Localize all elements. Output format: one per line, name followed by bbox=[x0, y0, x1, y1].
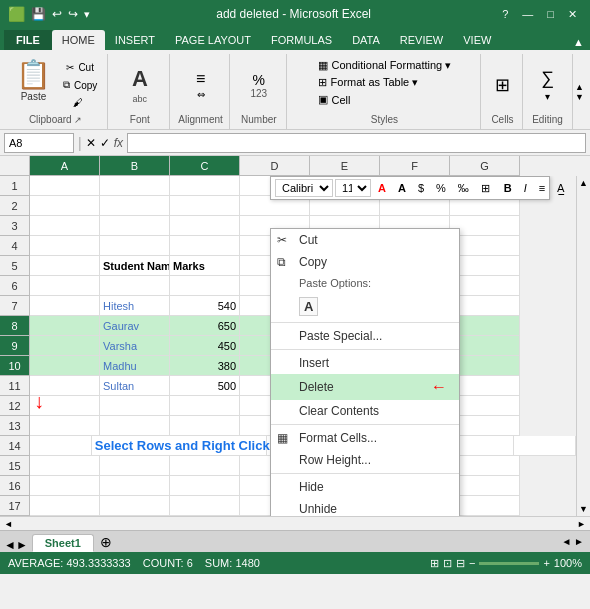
context-clear-contents[interactable]: Clear Contents bbox=[271, 400, 459, 422]
row-header-1[interactable]: 1 bbox=[0, 176, 30, 196]
cell-b5[interactable]: Student Name bbox=[100, 256, 170, 276]
cell-g3[interactable] bbox=[450, 216, 520, 236]
paste-button[interactable]: 📋 Paste bbox=[10, 56, 57, 104]
highlight-mini-btn[interactable]: A̲ bbox=[552, 180, 570, 197]
cell-a17[interactable] bbox=[30, 496, 100, 516]
quick-save[interactable]: 💾 bbox=[31, 7, 46, 21]
cell-c2[interactable] bbox=[170, 196, 240, 216]
row-header-12[interactable]: 12 bbox=[0, 396, 30, 416]
cell-a2[interactable] bbox=[30, 196, 100, 216]
scroll-left-btn[interactable]: ◄ bbox=[0, 519, 17, 529]
zoom-out-btn[interactable]: − bbox=[469, 557, 475, 569]
cell-g17[interactable] bbox=[450, 496, 520, 516]
name-box[interactable] bbox=[4, 133, 74, 153]
context-insert[interactable]: Insert bbox=[271, 352, 459, 374]
cell-b9[interactable]: Varsha bbox=[100, 336, 170, 356]
row-header-9[interactable]: 9 bbox=[0, 336, 30, 356]
cell-c16[interactable] bbox=[170, 476, 240, 496]
cell-b6[interactable] bbox=[100, 276, 170, 296]
scroll-down-btn[interactable]: ▼ bbox=[577, 502, 590, 516]
comma-btn[interactable]: ‰ bbox=[453, 180, 474, 196]
cut-button[interactable]: ✂Cut bbox=[59, 60, 101, 75]
currency-btn[interactable]: $ bbox=[413, 180, 429, 196]
row-header-5[interactable]: 5 bbox=[0, 256, 30, 276]
scroll-up-btn[interactable]: ▲ bbox=[577, 176, 590, 190]
help-btn[interactable]: ? bbox=[497, 7, 513, 22]
page-layout-view-btn[interactable]: ⊡ bbox=[443, 557, 452, 570]
add-sheet-btn[interactable]: ⊕ bbox=[94, 532, 118, 552]
font-selector[interactable]: Calibri bbox=[275, 179, 333, 197]
vertical-scrollbar[interactable]: ▲ ▼ bbox=[576, 176, 590, 516]
cell-g9[interactable] bbox=[450, 336, 520, 356]
tab-file[interactable]: FILE bbox=[4, 30, 52, 50]
horizontal-scrollbar[interactable]: ◄ ► bbox=[0, 516, 590, 530]
context-paste-a[interactable]: A bbox=[271, 293, 459, 320]
cell-c4[interactable] bbox=[170, 236, 240, 256]
cell-b13[interactable] bbox=[100, 416, 170, 436]
cell-a14[interactable] bbox=[30, 436, 92, 456]
cell-g10[interactable] bbox=[450, 356, 520, 376]
row-header-13[interactable]: 13 bbox=[0, 416, 30, 436]
corner-cell[interactable] bbox=[0, 156, 30, 176]
cell-c17[interactable] bbox=[170, 496, 240, 516]
table-btn[interactable]: ⊞ bbox=[476, 180, 495, 197]
row-header-11[interactable]: 11 bbox=[0, 376, 30, 396]
normal-view-btn[interactable]: ⊞ bbox=[430, 557, 439, 570]
cell-c10[interactable]: 380 bbox=[170, 356, 240, 376]
cell-c15[interactable] bbox=[170, 456, 240, 476]
cell-c8[interactable]: 650 bbox=[170, 316, 240, 336]
cell-a1[interactable] bbox=[30, 176, 100, 196]
tab-data[interactable]: DATA bbox=[342, 30, 390, 50]
cell-g6[interactable] bbox=[450, 276, 520, 296]
cell-g11[interactable] bbox=[450, 376, 520, 396]
cell-a10[interactable] bbox=[30, 356, 100, 376]
format-as-table-btn[interactable]: ⊞ Format as Table ▾ bbox=[315, 75, 422, 90]
redo-btn[interactable]: ↪ bbox=[68, 7, 78, 21]
cell-g12[interactable] bbox=[450, 396, 520, 416]
close-btn[interactable]: ✕ bbox=[563, 7, 582, 22]
ribbon-scrollbar[interactable]: ▲ ▼ bbox=[572, 54, 586, 129]
col-header-a[interactable]: A bbox=[30, 156, 100, 176]
cell-style-btn[interactable]: ▣ Cell bbox=[315, 92, 354, 107]
row-header-6[interactable]: 6 bbox=[0, 276, 30, 296]
confirm-formula-btn[interactable]: ✓ bbox=[100, 136, 110, 150]
formula-input[interactable] bbox=[127, 133, 586, 153]
cell-b3[interactable] bbox=[100, 216, 170, 236]
scroll-right-btn[interactable]: ► bbox=[573, 519, 590, 529]
cell-g8[interactable] bbox=[450, 316, 520, 336]
cell-c3[interactable] bbox=[170, 216, 240, 236]
cell-b10[interactable]: Madhu bbox=[100, 356, 170, 376]
font-size-selector[interactable]: 11 bbox=[335, 179, 371, 197]
col-header-c[interactable]: C bbox=[170, 156, 240, 176]
sheet-nav-btns[interactable]: ◄► bbox=[4, 538, 32, 552]
col-header-b[interactable]: B bbox=[100, 156, 170, 176]
context-cut[interactable]: ✂ Cut bbox=[271, 229, 459, 251]
cell-c7[interactable]: 540 bbox=[170, 296, 240, 316]
context-format-cells[interactable]: ▦ Format Cells... bbox=[271, 427, 459, 449]
zoom-slider[interactable] bbox=[479, 562, 539, 565]
row-header-14[interactable]: 14 bbox=[0, 436, 30, 456]
italic-mini-btn[interactable]: I bbox=[519, 180, 532, 196]
col-header-d[interactable]: D bbox=[240, 156, 310, 176]
cell-a4[interactable] bbox=[30, 236, 100, 256]
cell-a16[interactable] bbox=[30, 476, 100, 496]
cell-g15[interactable] bbox=[450, 456, 520, 476]
cell-g5[interactable] bbox=[450, 256, 520, 276]
cell-g13[interactable] bbox=[450, 416, 520, 436]
row-header-10[interactable]: 10 bbox=[0, 356, 30, 376]
cell-g7[interactable] bbox=[450, 296, 520, 316]
tab-formulas[interactable]: FORMULAS bbox=[261, 30, 342, 50]
percent-btn[interactable]: % bbox=[431, 180, 451, 196]
context-paste-special[interactable]: Paste Special... bbox=[271, 325, 459, 347]
cancel-formula-btn[interactable]: ✕ bbox=[86, 136, 96, 150]
undo-btn[interactable]: ↩ bbox=[52, 7, 62, 21]
cell-c12[interactable] bbox=[170, 396, 240, 416]
cell-a7[interactable] bbox=[30, 296, 100, 316]
cell-a15[interactable] bbox=[30, 456, 100, 476]
increase-font-btn[interactable]: A bbox=[373, 180, 391, 196]
cell-a3[interactable] bbox=[30, 216, 100, 236]
cell-b12[interactable] bbox=[100, 396, 170, 416]
context-delete[interactable]: Delete ← bbox=[271, 374, 459, 400]
cell-c1[interactable] bbox=[170, 176, 240, 196]
cell-b4[interactable] bbox=[100, 236, 170, 256]
